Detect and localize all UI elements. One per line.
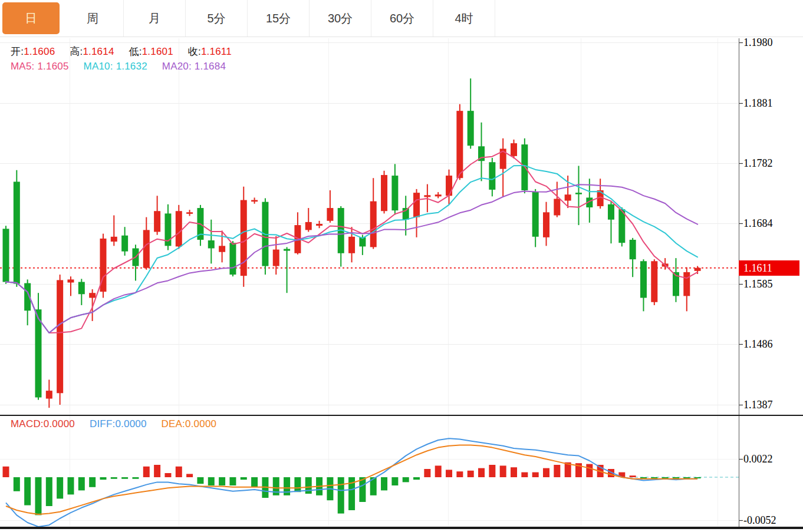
open-label: 开:	[11, 46, 24, 57]
price-tick-label: 1.1782	[743, 157, 773, 170]
tab-label: 周	[87, 11, 98, 27]
ma20-value: 1.1684	[195, 61, 226, 72]
tab-4hour[interactable]: 4时	[433, 0, 495, 37]
macd-tick-label: 0.0022	[743, 452, 773, 465]
tab-daily[interactable]: 日	[0, 0, 62, 37]
ma5-label: MA5:	[11, 61, 34, 72]
price-tick-label: 1.1486	[743, 338, 773, 351]
high-label: 高:	[70, 46, 83, 57]
tab-5min[interactable]: 5分	[186, 0, 248, 37]
close-label: 收:	[188, 46, 201, 57]
price-tick-label: 1.1684	[743, 217, 773, 230]
price-tick-label: 1.1980	[743, 36, 773, 49]
ma10-value: 1.1632	[116, 61, 147, 72]
macd-legend: MACD:0.0000 DIFF:0.0000 DEA:0.0000	[11, 418, 228, 430]
price-tick-label: 1.1881	[743, 97, 773, 110]
ma20-label: MA20:	[162, 61, 192, 72]
high-value: 1.1614	[83, 46, 114, 57]
tab-60min[interactable]: 60分	[371, 0, 433, 37]
ma10-label: MA10:	[84, 61, 113, 72]
tab-monthly[interactable]: 月	[124, 0, 186, 37]
tab-15min[interactable]: 15分	[248, 0, 310, 37]
trading-chart-app: 日 周 月 5分 15分 30分 60分 4时 开:1.1606 高:1.161…	[0, 0, 803, 532]
macd-value: 0.0000	[44, 418, 75, 429]
diff-label: DIFF:	[90, 418, 116, 429]
diff-value: 0.0000	[115, 418, 146, 429]
tab-label: 15分	[266, 11, 291, 27]
open-value: 1.1606	[24, 46, 55, 57]
price-tick-label: 1.1585	[743, 277, 773, 290]
tab-label: 30分	[328, 11, 353, 27]
ma-legend: MA5: 1.1605 MA10: 1.1632 MA20: 1.1684	[11, 61, 238, 72]
tab-label: 60分	[390, 11, 414, 27]
ma5-value: 1.1605	[37, 61, 68, 72]
tab-label: 日	[25, 11, 37, 27]
chart-canvas[interactable]	[0, 0, 803, 532]
ohlc-legend: 开:1.1606 高:1.1614 低:1.1601 收:1.1611	[11, 45, 243, 58]
tab-label: 5分	[207, 11, 225, 27]
period-tabbar: 日 周 月 5分 15分 30分 60分 4时	[0, 0, 803, 37]
tab-label: 4时	[455, 11, 473, 27]
dea-value: 0.0000	[185, 418, 216, 429]
price-tick-label: 1.1387	[743, 398, 773, 411]
low-value: 1.1601	[142, 46, 173, 57]
macd-tick-label: -0.0052	[743, 514, 776, 527]
tabbar-filler	[495, 0, 803, 37]
tab-weekly[interactable]: 周	[62, 0, 124, 37]
last-price-badge: 1.1611	[739, 260, 799, 276]
close-value: 1.1611	[201, 46, 232, 57]
dea-label: DEA:	[162, 418, 185, 429]
macd-label: MACD:	[11, 418, 44, 429]
tab-label: 月	[149, 11, 160, 27]
tab-30min[interactable]: 30分	[310, 0, 371, 37]
low-label: 低:	[129, 46, 142, 57]
